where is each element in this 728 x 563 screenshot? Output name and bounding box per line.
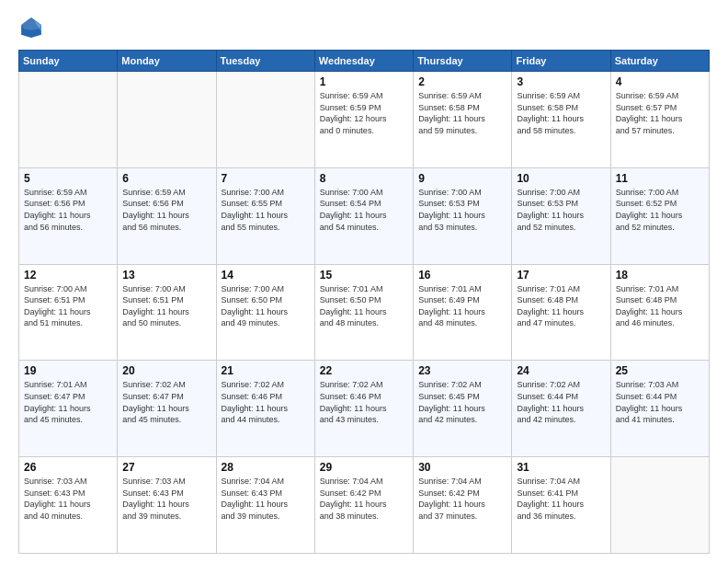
day-info: Sunrise: 7:00 AM Sunset: 6:51 PM Dayligh…: [24, 283, 112, 329]
day-info: Sunrise: 6:59 AM Sunset: 6:58 PM Dayligh…: [418, 90, 506, 136]
day-number: 17: [517, 269, 605, 282]
calendar-cell: 12Sunrise: 7:00 AM Sunset: 6:51 PM Dayli…: [19, 264, 118, 361]
day-number: 23: [418, 364, 506, 377]
calendar-cell: 13Sunrise: 7:00 AM Sunset: 6:51 PM Dayli…: [118, 264, 216, 361]
day-info: Sunrise: 7:00 AM Sunset: 6:53 PM Dayligh…: [517, 187, 605, 233]
day-info: Sunrise: 7:00 AM Sunset: 6:53 PM Dayligh…: [418, 187, 506, 233]
day-number: 24: [517, 364, 605, 377]
day-info: Sunrise: 7:02 AM Sunset: 6:46 PM Dayligh…: [222, 379, 310, 425]
calendar-cell: 4Sunrise: 6:59 AM Sunset: 6:57 PM Daylig…: [610, 72, 709, 168]
day-info: Sunrise: 7:02 AM Sunset: 6:44 PM Dayligh…: [517, 379, 605, 425]
day-info: Sunrise: 7:04 AM Sunset: 6:41 PM Dayligh…: [517, 476, 605, 522]
day-info: Sunrise: 7:03 AM Sunset: 6:43 PM Dayligh…: [24, 476, 112, 522]
calendar-week-4: 19Sunrise: 7:01 AM Sunset: 6:47 PM Dayli…: [19, 361, 710, 457]
calendar-cell: [216, 72, 314, 168]
calendar-cell: [610, 457, 709, 554]
calendar-cell: 22Sunrise: 7:02 AM Sunset: 6:46 PM Dayli…: [314, 361, 413, 457]
day-number: 2: [418, 75, 506, 88]
day-info: Sunrise: 7:02 AM Sunset: 6:46 PM Dayligh…: [320, 379, 408, 425]
weekday-header-monday: Monday: [118, 51, 216, 72]
day-info: Sunrise: 7:04 AM Sunset: 6:42 PM Dayligh…: [320, 476, 408, 522]
calendar-cell: 26Sunrise: 7:03 AM Sunset: 6:43 PM Dayli…: [19, 457, 118, 554]
calendar-cell: 25Sunrise: 7:03 AM Sunset: 6:44 PM Dayli…: [610, 361, 709, 457]
weekday-header-thursday: Thursday: [414, 51, 512, 72]
day-number: 27: [122, 461, 210, 474]
day-number: 5: [24, 172, 112, 185]
day-number: 22: [320, 364, 408, 377]
calendar-cell: 14Sunrise: 7:00 AM Sunset: 6:50 PM Dayli…: [216, 264, 314, 361]
day-info: Sunrise: 7:03 AM Sunset: 6:43 PM Dayligh…: [122, 476, 210, 522]
calendar-cell: 5Sunrise: 6:59 AM Sunset: 6:56 PM Daylig…: [19, 167, 118, 264]
calendar-cell: 24Sunrise: 7:02 AM Sunset: 6:44 PM Dayli…: [512, 361, 610, 457]
day-info: Sunrise: 7:04 AM Sunset: 6:42 PM Dayligh…: [418, 476, 506, 522]
day-info: Sunrise: 7:01 AM Sunset: 6:47 PM Dayligh…: [24, 379, 112, 425]
calendar-table: SundayMondayTuesdayWednesdayThursdayFrid…: [18, 50, 710, 554]
day-info: Sunrise: 7:02 AM Sunset: 6:47 PM Dayligh…: [122, 379, 210, 425]
calendar-cell: 17Sunrise: 7:01 AM Sunset: 6:48 PM Dayli…: [512, 264, 610, 361]
calendar-week-2: 5Sunrise: 6:59 AM Sunset: 6:56 PM Daylig…: [19, 167, 710, 264]
calendar-cell: 3Sunrise: 6:59 AM Sunset: 6:58 PM Daylig…: [512, 72, 610, 168]
calendar-cell: 19Sunrise: 7:01 AM Sunset: 6:47 PM Dayli…: [19, 361, 118, 457]
calendar-cell: 9Sunrise: 7:00 AM Sunset: 6:53 PM Daylig…: [414, 167, 512, 264]
calendar-cell: 2Sunrise: 6:59 AM Sunset: 6:58 PM Daylig…: [414, 72, 512, 168]
day-number: 20: [122, 364, 210, 377]
day-number: 14: [222, 269, 310, 282]
day-info: Sunrise: 6:59 AM Sunset: 6:59 PM Dayligh…: [320, 90, 408, 136]
logo-icon: [18, 15, 44, 40]
day-number: 13: [122, 269, 210, 282]
day-number: 12: [24, 269, 112, 282]
calendar-cell: 28Sunrise: 7:04 AM Sunset: 6:43 PM Dayli…: [216, 457, 314, 554]
day-number: 25: [616, 364, 704, 377]
weekday-header-tuesday: Tuesday: [216, 51, 314, 72]
calendar-cell: 18Sunrise: 7:01 AM Sunset: 6:48 PM Dayli…: [610, 264, 709, 361]
calendar-cell: 20Sunrise: 7:02 AM Sunset: 6:47 PM Dayli…: [118, 361, 216, 457]
day-number: 31: [517, 461, 605, 474]
weekday-header-sunday: Sunday: [19, 51, 118, 72]
day-info: Sunrise: 7:04 AM Sunset: 6:43 PM Dayligh…: [222, 476, 310, 522]
weekday-header-saturday: Saturday: [610, 51, 709, 72]
day-number: 28: [222, 461, 310, 474]
calendar-cell: [19, 72, 118, 168]
day-info: Sunrise: 7:01 AM Sunset: 6:49 PM Dayligh…: [418, 283, 506, 329]
day-info: Sunrise: 7:02 AM Sunset: 6:45 PM Dayligh…: [418, 379, 506, 425]
calendar-cell: 23Sunrise: 7:02 AM Sunset: 6:45 PM Dayli…: [414, 361, 512, 457]
day-number: 15: [320, 269, 408, 282]
day-info: Sunrise: 7:03 AM Sunset: 6:44 PM Dayligh…: [616, 379, 704, 425]
day-number: 6: [122, 172, 210, 185]
day-number: 4: [616, 75, 704, 88]
day-number: 29: [320, 461, 408, 474]
day-number: 8: [320, 172, 408, 185]
calendar-cell: 30Sunrise: 7:04 AM Sunset: 6:42 PM Dayli…: [414, 457, 512, 554]
day-number: 19: [24, 364, 112, 377]
day-info: Sunrise: 6:59 AM Sunset: 6:56 PM Dayligh…: [24, 187, 112, 233]
day-number: 21: [222, 364, 310, 377]
calendar-week-5: 26Sunrise: 7:03 AM Sunset: 6:43 PM Dayli…: [19, 457, 710, 554]
day-info: Sunrise: 7:01 AM Sunset: 6:50 PM Dayligh…: [320, 283, 408, 329]
day-number: 16: [418, 269, 506, 282]
weekday-header-friday: Friday: [512, 51, 610, 72]
day-info: Sunrise: 7:00 AM Sunset: 6:55 PM Dayligh…: [222, 187, 310, 233]
day-number: 7: [222, 172, 310, 185]
day-number: 3: [517, 75, 605, 88]
day-number: 1: [320, 75, 408, 88]
calendar-cell: 16Sunrise: 7:01 AM Sunset: 6:49 PM Dayli…: [414, 264, 512, 361]
svg-marker-2: [21, 17, 41, 30]
calendar-cell: 10Sunrise: 7:00 AM Sunset: 6:53 PM Dayli…: [512, 167, 610, 264]
calendar-cell: [118, 72, 216, 168]
day-number: 30: [418, 461, 506, 474]
day-number: 11: [616, 172, 704, 185]
calendar-cell: 11Sunrise: 7:00 AM Sunset: 6:52 PM Dayli…: [610, 167, 709, 264]
day-number: 26: [24, 461, 112, 474]
calendar-cell: 8Sunrise: 7:00 AM Sunset: 6:54 PM Daylig…: [314, 167, 413, 264]
day-info: Sunrise: 6:59 AM Sunset: 6:56 PM Dayligh…: [122, 187, 210, 233]
calendar-week-1: 1Sunrise: 6:59 AM Sunset: 6:59 PM Daylig…: [19, 72, 710, 168]
calendar-cell: 27Sunrise: 7:03 AM Sunset: 6:43 PM Dayli…: [118, 457, 216, 554]
calendar-cell: 6Sunrise: 6:59 AM Sunset: 6:56 PM Daylig…: [118, 167, 216, 264]
day-info: Sunrise: 6:59 AM Sunset: 6:57 PM Dayligh…: [616, 90, 704, 136]
day-info: Sunrise: 7:01 AM Sunset: 6:48 PM Dayligh…: [616, 283, 704, 329]
calendar-header-row: SundayMondayTuesdayWednesdayThursdayFrid…: [19, 51, 710, 72]
day-info: Sunrise: 7:00 AM Sunset: 6:50 PM Dayligh…: [222, 283, 310, 329]
calendar-cell: 31Sunrise: 7:04 AM Sunset: 6:41 PM Dayli…: [512, 457, 610, 554]
calendar-cell: 1Sunrise: 6:59 AM Sunset: 6:59 PM Daylig…: [314, 72, 413, 168]
day-number: 9: [418, 172, 506, 185]
